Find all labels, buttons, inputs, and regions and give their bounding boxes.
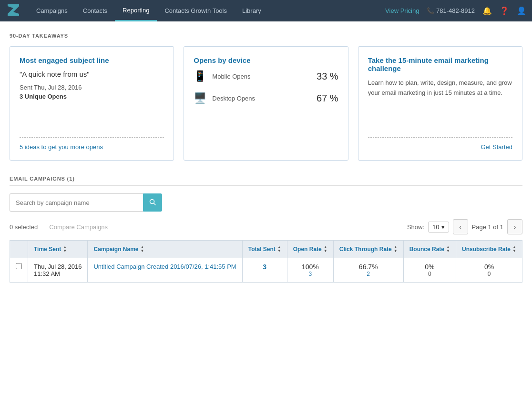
campaigns-section: EMAIL CAMPAIGNS (1) 0 selected Compare C… [10,176,522,283]
mobile-pct: 33 % [317,71,338,82]
pagination-row: 0 selected Compare Campaigns Show: 10 ▾ … [10,219,522,234]
campaigns-table: Time Sent ▲▼ Campaign Name ▲▼ Total Sent [10,240,522,283]
sort-arrows-campaign: ▲▼ [141,245,144,253]
th-unsub-rate[interactable]: Unsubscribe Rate ▲▼ [456,241,522,258]
takeaways-title: 90-DAY TAKEAWAYS [10,33,522,39]
chevron-down-icon: ▾ [441,223,445,231]
nav-pricing[interactable]: View Pricing [385,7,419,14]
td-bounce-rate: 0% 0 [403,258,456,283]
campaign-link[interactable]: Untitled Campaign Created 2016/07/26, 1:… [93,263,236,270]
phone-icon: 📞 [427,7,434,14]
card1-title: Most engaged subject line [20,56,164,64]
page-info: Page 1 of 1 [472,223,504,231]
th-bounce-rate[interactable]: Bounce Rate ▲▼ [403,241,456,258]
card3-divider [368,137,512,138]
card3-link[interactable]: Get Started [368,143,512,151]
td-unsub-rate: 0% 0 [456,258,522,283]
th-ctr[interactable]: Click Through Rate ▲▼ [333,241,403,258]
mobile-opens-row: 📱 Mobile Opens 33 % [194,70,338,82]
help-icon[interactable]: ❓ [500,6,509,15]
takeaways-cards: Most engaged subject line "A quick note … [10,46,522,161]
nav-library[interactable]: Library [235,0,269,21]
next-page-button[interactable]: › [507,219,522,234]
sort-arrows-time: ▲▼ [63,245,67,253]
row-checkbox-cell [10,258,28,283]
sort-arrows-bounce: ▲▼ [446,245,450,253]
desktop-pct: 67 % [317,93,338,104]
desktop-label: Desktop Opens [212,95,311,102]
sort-arrows-unsub: ▲▼ [512,245,516,253]
user-icon[interactable]: 👤 [517,6,526,15]
card1-link[interactable]: 5 ideas to get you more opens [20,143,164,151]
campaigns-title: EMAIL CAMPAIGNS (1) [10,176,522,182]
chevron-right-icon: › [514,223,516,231]
prev-page-button[interactable]: ‹ [453,219,468,234]
selected-count: 0 selected [10,223,38,231]
search-button[interactable] [143,193,162,212]
desktop-opens-row: 🖥️ Desktop Opens 67 % [194,92,338,104]
pagination-right: Show: 10 ▾ ‹ Page 1 of 1 › [407,219,522,234]
compare-campaigns-button[interactable]: Compare Campaigns [49,223,108,231]
mobile-icon: 📱 [194,70,206,82]
td-campaign-name: Untitled Campaign Created 2016/07/26, 1:… [88,258,242,283]
mobile-label: Mobile Opens [212,73,311,80]
desktop-icon: 🖥️ [194,92,206,104]
svg-line-1 [154,203,156,205]
sort-arrows-open: ▲▼ [324,245,327,253]
th-open-rate[interactable]: Open Rate ▲▼ [287,241,333,258]
search-input[interactable] [10,193,143,212]
td-total-sent: 3 [242,258,287,283]
card2-title: Opens by device [194,56,338,64]
navigation: Campaigns Contacts Reporting Contacts Gr… [0,0,532,21]
main-content: 90-DAY TAKEAWAYS Most engaged subject li… [0,21,532,294]
nav-items: Campaigns Contacts Reporting Contacts Gr… [29,0,385,21]
card1-divider [20,137,164,138]
td-time-sent: Thu, Jul 28, 2016 11:32 AM [28,258,88,283]
card1-opens: 3 Unique Opens [20,93,164,100]
logo[interactable] [6,2,21,19]
td-open-rate: 100% 3 [287,258,333,283]
show-per-page-select[interactable]: 10 ▾ [428,222,449,233]
table-row: Thu, Jul 28, 2016 11:32 AM Untitled Camp… [10,258,522,283]
nav-reporting[interactable]: Reporting [115,0,157,21]
nav-campaigns[interactable]: Campaigns [29,0,75,21]
row-checkbox[interactable] [16,263,22,269]
search-icon [149,199,156,207]
nav-right: View Pricing 📞 781-482-8912 🔔 ❓ 👤 [385,6,526,15]
bell-icon[interactable]: 🔔 [482,6,492,15]
card-challenge: Take the 15-minute email marketing chall… [358,46,522,161]
card3-body: Learn how to plan, write, design, measur… [368,78,512,98]
nav-growth-tools[interactable]: Contacts Growth Tools [157,0,235,21]
card-subject-line: Most engaged subject line "A quick note … [10,46,174,161]
nav-phone: 📞 781-482-8912 [427,7,475,14]
card1-sent: Sent Thu, Jul 28, 2016 [20,84,164,91]
nav-contacts[interactable]: Contacts [75,0,115,21]
th-time-sent[interactable]: Time Sent ▲▼ [28,241,88,258]
th-campaign-name[interactable]: Campaign Name ▲▼ [88,241,242,258]
card3-title: Take the 15-minute email marketing chall… [368,56,512,72]
show-label: Show: [407,223,424,231]
sort-arrows-ctr: ▲▼ [394,245,398,253]
campaigns-divider [10,185,522,186]
td-ctr: 66.7% 2 [333,258,403,283]
th-checkbox [10,241,28,258]
card1-subject: "A quick note from us" [20,70,164,78]
sort-arrows-total: ▲▼ [277,245,281,253]
th-total-sent[interactable]: Total Sent ▲▼ [242,241,287,258]
chevron-left-icon: ‹ [459,223,461,231]
search-row [10,193,522,212]
card-opens-by-device: Opens by device 📱 Mobile Opens 33 % 🖥️ D… [184,46,348,161]
